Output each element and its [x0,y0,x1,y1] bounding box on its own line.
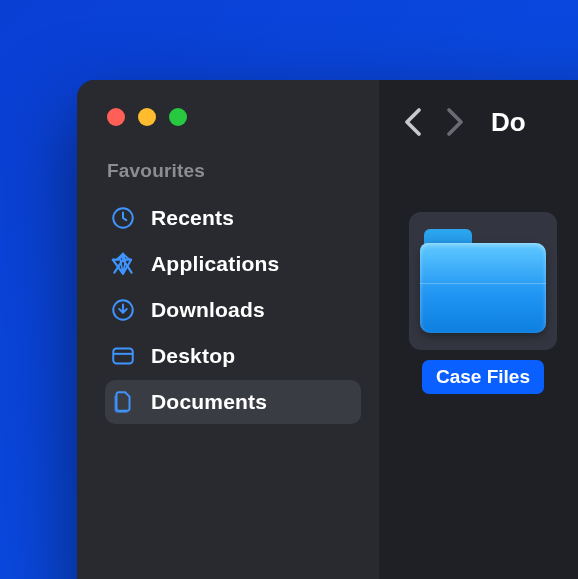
sidebar-item-label: Recents [151,206,234,230]
close-button[interactable] [107,108,125,126]
main-pane: Do Case Files [379,80,578,579]
traffic-lights [107,108,361,126]
maximize-button[interactable] [169,108,187,126]
finder-window: Favourites Recents [77,80,578,579]
sidebar-item-label: Applications [151,252,279,276]
sidebar-item-desktop[interactable]: Desktop [105,334,361,378]
sidebar-item-downloads[interactable]: Downloads [105,288,361,332]
documents-icon [109,388,137,416]
minimize-button[interactable] [138,108,156,126]
clock-icon [109,204,137,232]
back-button[interactable] [403,107,423,137]
toolbar-title: Do [491,107,526,138]
svg-rect-3 [113,348,133,363]
content-area[interactable]: Case Files [379,164,578,442]
sidebar-items: Recents Applications [105,196,361,424]
folder-label: Case Files [422,360,544,394]
download-icon [109,296,137,324]
sidebar-item-applications[interactable]: Applications [105,242,361,286]
nav-arrows [403,107,465,137]
svg-point-1 [121,256,124,259]
sidebar: Favourites Recents [77,80,379,579]
sidebar-item-label: Desktop [151,344,235,368]
folder-item-case-files[interactable]: Case Files [409,212,557,394]
applications-icon [109,250,137,278]
folder-icon [409,212,557,350]
sidebar-item-label: Downloads [151,298,265,322]
toolbar: Do [379,80,578,164]
sidebar-item-recents[interactable]: Recents [105,196,361,240]
sidebar-section-header: Favourites [107,160,361,182]
sidebar-item-documents[interactable]: Documents [105,380,361,424]
sidebar-item-label: Documents [151,390,267,414]
desktop-icon [109,342,137,370]
forward-button[interactable] [445,107,465,137]
